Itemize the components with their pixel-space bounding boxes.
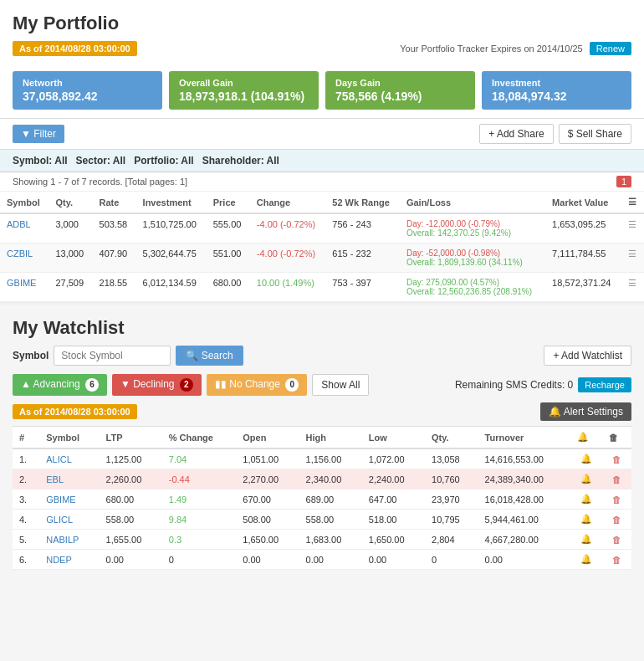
wtd-turnover: 0.00 [478, 550, 570, 570]
wtd-qty: 23,970 [425, 489, 478, 510]
advancing-button[interactable]: ▲ Advancing 6 [13, 374, 107, 396]
wtd-trash-icon[interactable]: 🗑 [602, 489, 631, 510]
wth-symbol: Symbol [39, 427, 99, 449]
filter-icon: ▼ [21, 128, 31, 140]
search-button[interactable]: 🔍 Search [176, 346, 243, 366]
wtd-ltp: 2,260.00 [100, 469, 162, 489]
wtd-symbol: GBIME [39, 489, 99, 510]
wtd-num: 6. [13, 550, 39, 570]
showall-button[interactable]: Show All [312, 374, 369, 396]
wtd-num: 2. [13, 469, 39, 489]
filter-bar-text: Symbol: All Sector: All Portfolio: All S… [13, 155, 279, 167]
symbol-link[interactable]: CZBIL [7, 249, 33, 259]
wth-turnover: Turnover [478, 427, 570, 449]
wtd-trash-icon[interactable]: 🗑 [602, 550, 631, 570]
symbol-link[interactable]: GBIME [7, 278, 36, 288]
portfolio-title: My Portfolio [13, 13, 631, 34]
watchlist-symbol-link[interactable]: ALICL [46, 454, 72, 464]
portfolio-toolbar: ▼ Filter + Add Share $ Sell Share [0, 118, 644, 150]
symbol-link[interactable]: ADBL [7, 219, 31, 229]
wtd-low: 518.00 [362, 510, 425, 530]
ptd-gainloss: Day: 275,090.00 (4.57%) Overall: 12,560,… [400, 273, 545, 302]
page-container: My Portfolio As of 2014/08/28 03:00:00 Y… [0, 0, 644, 582]
ptd-change: -4.00 (-0.72%) [250, 243, 326, 273]
ptd-menu[interactable]: ☰ [621, 273, 644, 302]
wtd-low: 1,072.00 [362, 448, 425, 469]
wtd-open: 670.00 [236, 489, 299, 510]
add-share-button[interactable]: + Add Share [479, 124, 553, 144]
wtd-low: 1,650.00 [362, 530, 425, 550]
nochange-button[interactable]: ▮▮ No Change 0 [207, 374, 307, 396]
ptd-menu[interactable]: ☰ [621, 213, 644, 243]
sell-share-button[interactable]: $ Sell Share [559, 124, 631, 144]
watchlist-row: 2. EBL 2,260.00 -0.44 2,270.00 2,340.00 … [13, 469, 631, 489]
page-badge: 1 [616, 176, 631, 187]
filter-btns-left: ▲ Advancing 6 ▼ Declining 2 ▮▮ No Change… [13, 374, 369, 396]
renew-button[interactable]: Renew [590, 42, 631, 55]
ptd-rate: 407.90 [93, 243, 136, 273]
wtd-bell-icon[interactable]: 🔔 [570, 530, 602, 550]
card-days-gain-value: 758,566 (4.19%) [335, 90, 465, 103]
wtd-bell-icon[interactable]: 🔔 [570, 448, 602, 469]
th-actions: ☰ [621, 192, 644, 213]
card-days-gain-title: Days Gain [335, 78, 465, 88]
ptd-price: 555.00 [207, 213, 250, 243]
watchlist-symbol-link[interactable]: EBL [46, 474, 64, 484]
ptd-symbol: CZBIL [0, 243, 49, 273]
symbol-search: Symbol 🔍 Search [13, 346, 243, 366]
ptd-change: -4.00 (-0.72%) [250, 213, 326, 243]
portfolio-row: CZBIL 13,000 407.90 5,302,644.75 551.00 … [0, 243, 644, 273]
declining-button[interactable]: ▼ Declining 2 [112, 374, 202, 396]
wtd-bell-icon[interactable]: 🔔 [570, 510, 602, 530]
recharge-button[interactable]: Recharge [578, 377, 631, 392]
wtd-bell-icon[interactable]: 🔔 [570, 489, 602, 510]
watchlist-date-badge: As of 2014/08/28 03:00:00 [13, 404, 137, 419]
wtd-trash-icon[interactable]: 🗑 [602, 530, 631, 550]
th-rate: Rate [93, 192, 136, 213]
watchlist-section: My Watchlist Symbol 🔍 Search + Add Watch… [0, 302, 644, 582]
wtd-bell-icon[interactable]: 🔔 [570, 469, 602, 489]
wtd-trash-icon[interactable]: 🗑 [602, 448, 631, 469]
wtd-high: 0.00 [299, 550, 362, 570]
wtd-ltp: 1,125.00 [100, 448, 162, 469]
card-overall-gain-value: 18,973,918.1 (104.91%) [179, 90, 309, 103]
ptd-menu[interactable]: ☰ [621, 243, 644, 273]
watchlist-symbol-link[interactable]: NABILP [46, 535, 79, 545]
alert-settings-button[interactable]: 🔔 Alert Settings [540, 402, 631, 421]
portfolio-table: Symbol Qty. Rate Investment Price Change… [0, 192, 644, 302]
card-networth: Networth 37,058,892.42 [13, 71, 162, 110]
watchlist-search-row: Symbol 🔍 Search + Add Watchlist [13, 346, 631, 366]
filter-label: Filter [33, 128, 56, 140]
wtd-trash-icon[interactable]: 🗑 [602, 469, 631, 489]
symbol-input[interactable] [54, 346, 171, 366]
card-overall-gain: Overall Gain 18,973,918.1 (104.91%) [169, 71, 319, 110]
ptd-change: 10.00 (1.49%) [250, 273, 326, 302]
filter-button[interactable]: ▼ Filter [13, 125, 64, 143]
expiry-info: Your Portfolio Tracker Expires on 2014/1… [400, 42, 631, 55]
wtd-symbol: EBL [39, 469, 99, 489]
wtd-bell-icon[interactable]: 🔔 [570, 550, 602, 570]
wtd-trash-icon[interactable]: 🗑 [602, 510, 631, 530]
wth-qty: Qty. [425, 427, 478, 449]
wtd-high: 1,683.00 [299, 530, 362, 550]
ptd-rate: 503.58 [93, 213, 136, 243]
watchlist-symbol-link[interactable]: GBIME [46, 494, 75, 505]
declining-arrow-icon: ▼ [120, 378, 130, 390]
add-watchlist-button[interactable]: + Add Watchlist [544, 346, 631, 366]
ptd-gainloss: Day: -12,000.00 (-0.79%) Overall: 142,37… [400, 213, 545, 243]
ptd-marketvalue: 7,111,784.55 [545, 243, 621, 273]
watchlist-title: My Watchlist [13, 317, 631, 339]
wtd-high: 558.00 [299, 510, 362, 530]
watchlist-symbol-link[interactable]: NDEP [46, 555, 72, 565]
wth-pct-change: % Change [162, 427, 237, 449]
watchlist-symbol-link[interactable]: GLICL [46, 515, 73, 525]
ptd-range: 756 - 243 [325, 213, 400, 243]
th-change: Change [250, 192, 326, 213]
wtd-open: 1,650.00 [236, 530, 299, 550]
wth-open: Open [236, 427, 299, 449]
th-qty: Qty. [49, 192, 92, 213]
expiry-row: As of 2014/08/28 03:00:00 Your Portfolio… [13, 41, 631, 56]
portfolio-row: ADBL 3,000 503.58 1,510,725.00 555.00 -4… [0, 213, 644, 243]
sms-credits: Remaining SMS Credits: 0 Recharge [455, 377, 631, 392]
wtd-low: 2,240.00 [362, 469, 425, 489]
